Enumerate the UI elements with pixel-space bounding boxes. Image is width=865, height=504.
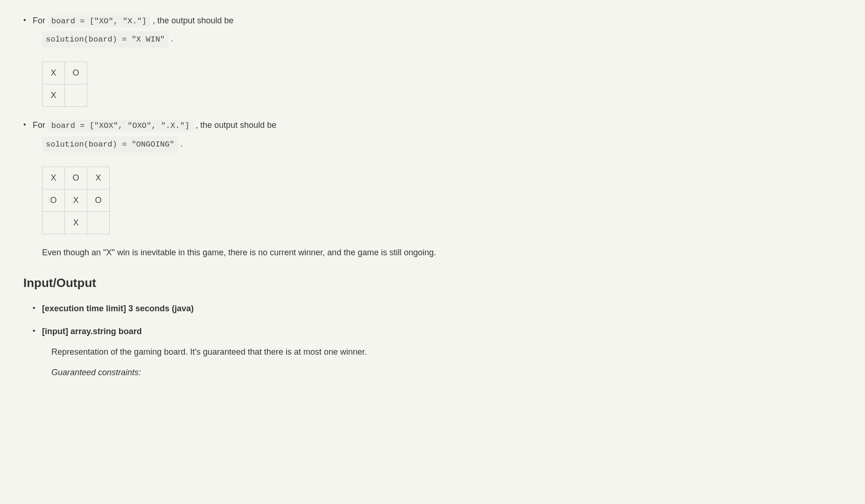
example-item-2: For board = ["XOX", "OXO", ".X."] , the … [23, 119, 842, 259]
board-cell [65, 84, 87, 107]
io-input: [input] array.string board Representatio… [33, 325, 842, 379]
board-cell [42, 211, 65, 234]
example-output-text: , the output should be [196, 120, 276, 130]
examples-list: For board = ["XO", "X."] , the output sh… [23, 14, 842, 259]
example-solution-code: solution(board) = "X WIN" [42, 31, 169, 48]
board-cell: O [42, 189, 65, 211]
board-cell: X [42, 167, 65, 189]
example-period: . [180, 139, 183, 148]
io-heading: Input/Output [23, 273, 842, 293]
example-solution-code: solution(board) = "ONGOING" [42, 136, 178, 153]
board-grid-2: X O X O X O X [42, 167, 110, 234]
io-time-limit: [execution time limit] 3 seconds (java) [33, 302, 842, 315]
io-input-desc: Representation of the gaming board. It's… [51, 345, 842, 359]
example-output-text: , the output should be [153, 16, 233, 25]
board-cell: O [65, 62, 87, 84]
board-cell: X [42, 84, 65, 107]
example-for-text: For [33, 120, 48, 130]
board-cell [87, 211, 110, 234]
board-grid-1: X O X [42, 62, 87, 107]
board-cell: O [87, 189, 110, 211]
board-cell: X [65, 211, 87, 234]
board-cell: X [87, 167, 110, 189]
io-list: [execution time limit] 3 seconds (java) … [23, 302, 842, 379]
board-cell: O [65, 167, 87, 189]
example-item-1: For board = ["XO", "X."] , the output sh… [23, 14, 842, 107]
board-cell: X [42, 62, 65, 84]
board-cell: X [65, 189, 87, 211]
example-period: . [171, 34, 173, 43]
example-for-text: For [33, 16, 48, 25]
example-board-code: board = ["XOX", "OXO", ".X."] [48, 120, 193, 132]
example-board-code: board = ["XO", "X."] [48, 15, 150, 27]
io-time-limit-text: [execution time limit] 3 seconds (java) [42, 304, 194, 313]
example-explanation: Even though an "X" win is inevitable in … [42, 246, 842, 259]
io-input-label: [input] array.string board [42, 327, 142, 336]
io-constraints-label: Guaranteed constraints: [51, 366, 842, 379]
